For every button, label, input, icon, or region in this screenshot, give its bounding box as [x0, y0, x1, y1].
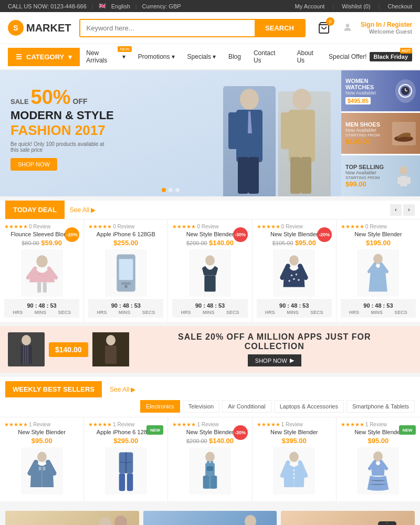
countdown-3: 90 : 48 : 53 HRS MINS SECS — [172, 299, 247, 318]
weekly-img-1 — [21, 447, 63, 495]
chevron-down-icon: ▾ — [68, 53, 72, 61]
currency-selector[interactable]: Currency: GBP — [142, 3, 181, 9]
promo-images: $140.00 — [8, 332, 129, 366]
product-rating: ★★★★★ 1 Review — [257, 422, 332, 427]
svg-rect-63 — [207, 461, 209, 467]
svg-rect-22 — [397, 177, 401, 184]
cart-icon[interactable]: 0 — [313, 17, 334, 38]
countdown-2: 90 : 48 : 53 HRS MINS SECS — [88, 299, 163, 318]
search-input[interactable] — [80, 20, 255, 36]
see-all-weekly-link[interactable]: See All ▶ — [110, 386, 135, 393]
language-flag: 🇬🇧 — [99, 3, 106, 9]
topsell-img — [392, 164, 416, 188]
dot-1[interactable] — [162, 188, 166, 192]
hero-sale: SALE 50% OFF — [10, 86, 114, 109]
svg-point-84 — [386, 522, 388, 524]
svg-point-51 — [106, 335, 116, 345]
special-offer-text: Special Offer! — [329, 53, 366, 60]
svg-rect-58 — [119, 473, 125, 491]
see-all-deal-link[interactable]: See All ▶ — [70, 206, 96, 214]
deal-next-btn[interactable]: › — [403, 204, 415, 216]
deal-product-4[interactable]: -20% ★★★★★ 0 Review New Style Blender $1… — [253, 219, 337, 322]
sign-in-text[interactable]: Sign In / Register Welcome Guest — [361, 21, 412, 35]
svg-point-74 — [99, 517, 111, 525]
nav-link-specials[interactable]: Specials ▾ — [181, 48, 222, 66]
svg-point-79 — [245, 515, 256, 525]
black-friday-badge[interactable]: Black Friday HOT — [370, 52, 412, 61]
svg-point-9 — [292, 89, 311, 110]
my-account-link[interactable]: My Account — [295, 3, 325, 9]
nav-category-btn[interactable]: ☰ CATEGORY ▾ — [8, 48, 80, 66]
shoes-text: MEN SHOES Now Available! STARTING FROM $… — [345, 121, 380, 145]
hero-topsell-card[interactable]: TOP SELLING Now Available! STARTING FROM… — [341, 155, 420, 196]
product-name-2: Apple iPhone 6 128GB — [88, 231, 163, 237]
deal-product-1[interactable]: -20% ★★★★★ 0 Review Flounce Sleeved Blou… — [0, 219, 84, 322]
hero-shop-now-btn[interactable]: SHOP NOW — [10, 158, 57, 171]
women-handbags-banner[interactable]: WOMEN HANDBAGS SHOP NOW › — [143, 511, 277, 525]
svg-point-77 — [114, 516, 127, 525]
deal-product-2[interactable]: ★★★★★ 0 Review Apple iPhone 6 128GB $255… — [84, 219, 168, 322]
smartphone-accessories-banner[interactable]: SMARTPHONE AND ACCESSORIES SHOP NOW › — [281, 511, 415, 525]
svg-rect-21 — [400, 176, 407, 186]
svg-rect-65 — [203, 476, 209, 489]
weekly-product-5[interactable]: NEW ★★★★★ 1 Review New Style Blender $95… — [337, 417, 420, 501]
sign-in-link[interactable]: Sign In / Register — [361, 21, 412, 28]
filter-television[interactable]: Television — [183, 400, 219, 413]
nav-link-about[interactable]: About Us — [290, 44, 329, 69]
hero-percent: 50% — [31, 86, 71, 108]
product-name-5: New Style Blender — [341, 231, 416, 237]
filter-electronics[interactable]: Electronics — [140, 400, 180, 413]
dot-2[interactable] — [169, 188, 173, 192]
filter-smartphone-tablets[interactable]: Smartphone & Tablets — [346, 400, 415, 413]
logo[interactable]: S MARKET — [8, 20, 71, 36]
deal-prev-btn[interactable]: ‹ — [390, 204, 402, 216]
weekly-product-1[interactable]: ★★★★★ 1 Review New Style Blender $95.00 — [0, 417, 84, 501]
weekly-badge-5: NEW — [399, 425, 416, 435]
filter-laptops[interactable]: Laptops & Accessories — [274, 400, 344, 413]
promo-banner: $140.00 SALE 20% OFF A MILLION APPS JUST… — [0, 326, 420, 373]
header-icons: 0 Sign In / Register Welcome Guest — [313, 17, 412, 38]
weekly-img-2 — [105, 447, 147, 495]
product-img-5 — [357, 249, 399, 297]
weekly-product-4[interactable]: ★★★★★ 1 Review New Style Blender $395.00 — [253, 417, 337, 501]
filter-air-conditional[interactable]: Air Conditional — [222, 400, 271, 413]
weekly-img-4 — [273, 447, 315, 495]
nav-link-blog[interactable]: Blog — [222, 48, 247, 66]
nav-link-promotions[interactable]: Promotions ▾ — [132, 48, 181, 66]
svg-rect-55 — [38, 467, 40, 470]
svg-point-61 — [205, 452, 215, 463]
svg-point-27 — [38, 273, 40, 276]
deal-product-3[interactable]: -30% ★★★★★ 0 Review New Style Blender $2… — [168, 219, 252, 322]
svg-point-41 — [298, 279, 300, 281]
dot-3[interactable] — [175, 188, 180, 192]
nav-link-contact[interactable]: Contact Us — [247, 44, 291, 69]
svg-rect-67 — [207, 466, 213, 471]
search-button[interactable]: SEARCH — [255, 20, 304, 36]
countdown-4: 90 : 48 : 53 HRS MINS SECS — [257, 299, 332, 318]
language-selector[interactable]: English — [111, 3, 130, 9]
svg-point-53 — [37, 452, 47, 463]
hero-shoes-card[interactable]: MEN SHOES Now Available! STARTING FROM $… — [341, 113, 420, 154]
svg-rect-13 — [290, 157, 301, 194]
checkout-link[interactable]: Checkout — [388, 3, 412, 9]
countdown-1: 90 : 48 : 53 HRS MINS SECS — [4, 299, 79, 318]
svg-rect-64 — [211, 461, 213, 467]
weekly-product-3[interactable]: -30% ★★★★★ 1 Review New Style Blender $2… — [168, 417, 252, 501]
wishlist-link[interactable]: Wishlist (0) — [342, 3, 370, 9]
promo-shop-btn[interactable]: SHOP NOW ▶ — [248, 354, 301, 366]
hero-watches-card[interactable]: WOMEN WATCHES Now Available! $495.85 — [341, 70, 420, 111]
deal-product-5[interactable]: ★★★★★ 0 Review New Style Blender $195.00… — [337, 219, 420, 322]
svg-point-24 — [36, 255, 47, 267]
weekly-sellers-section: WEEKLY BEST SELLERS See All ▶ Electronic… — [0, 377, 420, 501]
tablet-accessories-banner[interactable]: TABLET AND ACCESSORIES SHOP NOW › — [5, 511, 139, 525]
arrow-icon: ▶ — [290, 357, 294, 364]
hero-off: OFF — [73, 97, 88, 106]
svg-point-72 — [293, 477, 295, 479]
promo-main-text: SALE 20% OFF A MILLION APPS JUST FOR COL… — [148, 332, 402, 351]
nav-link-new-arrivals[interactable]: New Arrivals NEW ▾ — [80, 44, 132, 69]
countdown-5: 90 : 48 : 53 HRS MINS SECS — [341, 299, 416, 318]
hamburger-icon: ☰ — [16, 53, 22, 61]
svg-point-36 — [289, 255, 299, 266]
svg-rect-46 — [20, 345, 32, 364]
weekly-product-2[interactable]: NEW ★★★★★ 1 Review Apple iPhone 6 128GB … — [84, 417, 168, 501]
